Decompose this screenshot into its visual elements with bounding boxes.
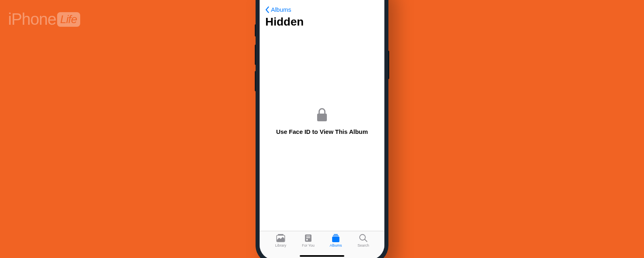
tab-for-you-label: For You: [302, 243, 314, 247]
tab-search[interactable]: Search: [351, 234, 375, 247]
home-indicator[interactable]: [300, 255, 344, 257]
library-icon: [276, 234, 286, 243]
tab-albums-label: Albums: [330, 243, 342, 247]
phone-silent-switch: [255, 24, 256, 37]
phone-screen: Albums Hidden Use Face ID to View This A…: [260, 0, 384, 258]
back-button[interactable]: Albums: [265, 6, 291, 13]
page-title: Hidden: [265, 15, 379, 28]
svg-point-6: [306, 239, 308, 241]
svg-rect-0: [317, 114, 327, 121]
svg-rect-2: [278, 234, 284, 235]
svg-rect-9: [332, 236, 339, 242]
phone-frame: Albums Hidden Use Face ID to View This A…: [256, 0, 388, 258]
watermark-prefix: iPhone: [8, 10, 56, 28]
albums-icon: [331, 234, 341, 243]
search-icon: [358, 234, 368, 243]
watermark-logo: iPhone Life: [8, 10, 80, 28]
for-you-icon: [303, 234, 313, 243]
tab-library-label: Library: [275, 243, 286, 247]
phone-mockup: Albums Hidden Use Face ID to View This A…: [256, 0, 388, 258]
phone-volume-down: [255, 71, 256, 91]
navigation-bar: Albums Hidden: [260, 0, 384, 28]
phone-volume-up: [255, 45, 256, 65]
lock-icon: [317, 108, 327, 122]
watermark-suffix: Life: [57, 12, 80, 27]
tab-search-label: Search: [358, 243, 369, 247]
svg-rect-7: [334, 234, 338, 235]
svg-rect-8: [333, 235, 339, 236]
content-area: Use Face ID to View This Album: [260, 28, 384, 231]
phone-power-button: [388, 51, 389, 79]
back-label: Albums: [271, 6, 291, 13]
svg-rect-3: [305, 234, 311, 242]
tab-for-you[interactable]: For You: [296, 234, 320, 247]
tab-library[interactable]: Library: [269, 234, 293, 247]
svg-line-11: [365, 239, 367, 242]
tab-bar: Library For You: [260, 231, 384, 258]
tab-albums[interactable]: Albums: [324, 234, 348, 247]
lock-message: Use Face ID to View This Album: [276, 128, 368, 135]
chevron-left-icon: [265, 6, 269, 13]
svg-rect-4: [306, 236, 310, 236]
svg-rect-5: [306, 237, 310, 238]
